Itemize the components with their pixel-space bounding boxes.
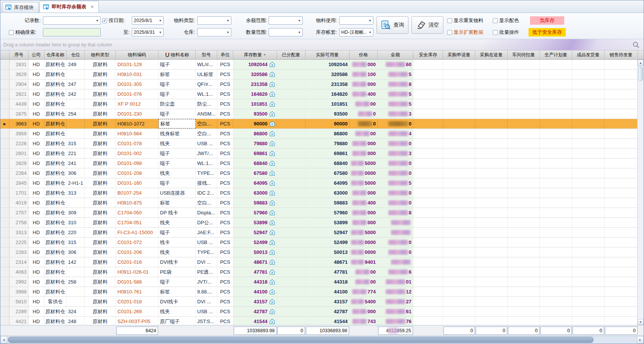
cell-ws_deduct[interactable]: [508, 297, 540, 306]
cell-fg_ship[interactable]: [572, 208, 604, 217]
table-row[interactable]: 2845HD原材料仓2-H1-1原材料D0101-160端子接线...PCS64…: [0, 178, 637, 188]
cell-seq[interactable]: 4019: [9, 198, 28, 208]
table-row[interactable]: 4439HD原材料仓原材料XF P 0012防尘盖防尘...PCS1018511…: [0, 99, 637, 109]
cell-amount[interactable]: 6: [378, 267, 413, 277]
cell-allocated[interactable]: [277, 198, 305, 208]
cell-name[interactable]: 端子: [158, 89, 196, 99]
cell-warehouse[interactable]: 原材料仓: [44, 109, 66, 119]
cell-sales_pending[interactable]: [604, 119, 637, 128]
cell-code[interactable]: D0101-160: [116, 178, 158, 188]
cell-ind[interactable]: [0, 267, 9, 277]
cell-seq[interactable]: 3313: [9, 228, 28, 237]
cell-ind[interactable]: [0, 178, 9, 188]
cell-allocated[interactable]: [277, 218, 305, 227]
cell-company[interactable]: HD: [28, 257, 44, 267]
cell-mat_type[interactable]: 原材料: [85, 70, 116, 79]
cell-mat_type[interactable]: 原材料: [85, 238, 116, 247]
cell-warehouse[interactable]: 原材料仓: [44, 247, 66, 257]
cell-qty[interactable]: 48671: [233, 257, 277, 267]
cell-amount[interactable]: 60: [378, 60, 413, 69]
cell-allocated[interactable]: [277, 129, 305, 138]
cell-company[interactable]: HD: [28, 287, 44, 296]
cell-amount[interactable]: 0: [378, 168, 413, 178]
cell-code[interactable]: H0810-1072: [116, 119, 158, 128]
cell-allocated[interactable]: [277, 159, 305, 168]
cell-bin[interactable]: [66, 297, 85, 306]
cell-qty[interactable]: 90000: [233, 119, 277, 128]
cell-qty[interactable]: 42787: [233, 307, 277, 316]
cell-prod_plan[interactable]: [540, 208, 572, 217]
cell-po_transit[interactable]: [475, 79, 508, 89]
cell-warehouse[interactable]: 原材料仓: [44, 79, 66, 89]
cell-allocated[interactable]: [277, 168, 305, 178]
cell-qty[interactable]: 101851: [233, 99, 277, 109]
cell-warehouse[interactable]: 原材料仓: [44, 159, 66, 168]
cell-pr_qty[interactable]: [443, 60, 475, 69]
cell-name[interactable]: PE袋: [158, 267, 196, 277]
cell-code[interactable]: C0101-269: [116, 307, 158, 316]
cell-unit[interactable]: PCS: [217, 307, 233, 316]
table-row[interactable]: 2225HD原材料仓315原材料C0101-072线卡USB ...PCS524…: [0, 238, 637, 247]
batch-ops-checkbox[interactable]: 批量操作: [493, 28, 519, 36]
cell-fg_ship[interactable]: [572, 139, 604, 148]
cell-prod_plan[interactable]: [540, 149, 572, 158]
cell-fg_ship[interactable]: [572, 89, 604, 99]
tab-inventory-module[interactable]: 库存模块: [2, 2, 39, 13]
cell-price[interactable]: 00: [350, 277, 378, 287]
cell-allocated[interactable]: [277, 297, 305, 306]
cell-qty[interactable]: 1092044: [233, 60, 277, 69]
cell-allocated[interactable]: [277, 307, 305, 316]
cell-fg_ship[interactable]: [572, 297, 604, 306]
tab-close-icon[interactable]: ✕: [90, 5, 94, 10]
cell-warehouse[interactable]: 原材料仓: [44, 129, 66, 138]
cell-po_transit[interactable]: [475, 238, 508, 247]
cell-ws_deduct[interactable]: [508, 60, 540, 69]
cell-allocated[interactable]: [277, 188, 305, 198]
cell-ws_deduct[interactable]: [508, 149, 540, 158]
cell-fg_ship[interactable]: [572, 188, 604, 198]
cell-mat_type[interactable]: 原材料: [85, 208, 116, 217]
cell-price[interactable]: 0: [350, 119, 378, 128]
mat-use-dropdown[interactable]: ▼: [339, 16, 373, 25]
cell-available[interactable]: 86800: [305, 129, 350, 138]
cell-unit[interactable]: PCS: [217, 99, 233, 109]
cell-ws_deduct[interactable]: [508, 317, 540, 325]
cell-amount[interactable]: 8: [378, 208, 413, 217]
cell-available[interactable]: 101851: [305, 99, 350, 109]
cell-qty[interactable]: 79880: [233, 139, 277, 148]
cell-amount[interactable]: 27: [378, 297, 413, 306]
cell-allocated[interactable]: [277, 139, 305, 148]
cell-prod_plan[interactable]: [540, 198, 572, 208]
cell-ws_deduct[interactable]: [508, 277, 540, 287]
cell-bin[interactable]: 315: [66, 238, 85, 247]
cell-company[interactable]: HD: [28, 99, 44, 109]
show-extended-checkbox[interactable]: 显示扩展数据: [447, 28, 483, 36]
cell-pr_qty[interactable]: [443, 159, 475, 168]
cell-model[interactable]: 空白...: [196, 119, 217, 128]
cell-seq[interactable]: 2992: [9, 277, 28, 287]
cell-ws_deduct[interactable]: [508, 188, 540, 198]
cell-pr_qty[interactable]: [443, 238, 475, 247]
cell-sales_pending[interactable]: [604, 297, 637, 306]
cell-company[interactable]: HD: [28, 198, 44, 208]
cell-sales_pending[interactable]: [604, 99, 637, 109]
cell-unit[interactable]: PCS: [217, 277, 233, 287]
table-row[interactable]: 4019HD原材料仓原材料H0810-875标签空白...PCS59883598…: [0, 198, 637, 208]
cell-safety[interactable]: [413, 267, 443, 277]
cell-company[interactable]: HD: [28, 60, 44, 69]
cell-price[interactable]: 5000: [350, 159, 378, 168]
cell-po_transit[interactable]: [475, 119, 508, 128]
cell-amount[interactable]: 3: [378, 149, 413, 158]
cell-name[interactable]: 端子: [158, 277, 196, 287]
cell-bin[interactable]: [66, 119, 85, 128]
table-row[interactable]: ▶3663HD原材料仓原材料H0810-1072标签空白...PCS900009…: [0, 119, 637, 129]
cell-code[interactable]: D0101-098: [116, 159, 158, 168]
cell-prod_plan[interactable]: [540, 238, 572, 247]
cell-name[interactable]: DVI线卡: [158, 257, 196, 267]
clear-button[interactable]: 清空: [411, 16, 443, 34]
cell-pr_qty[interactable]: [443, 129, 475, 138]
cell-mat_type[interactable]: 原材料: [85, 79, 116, 89]
cell-allocated[interactable]: [277, 178, 305, 188]
cell-prod_plan[interactable]: [540, 119, 572, 128]
cell-unit[interactable]: PCS: [217, 109, 233, 119]
